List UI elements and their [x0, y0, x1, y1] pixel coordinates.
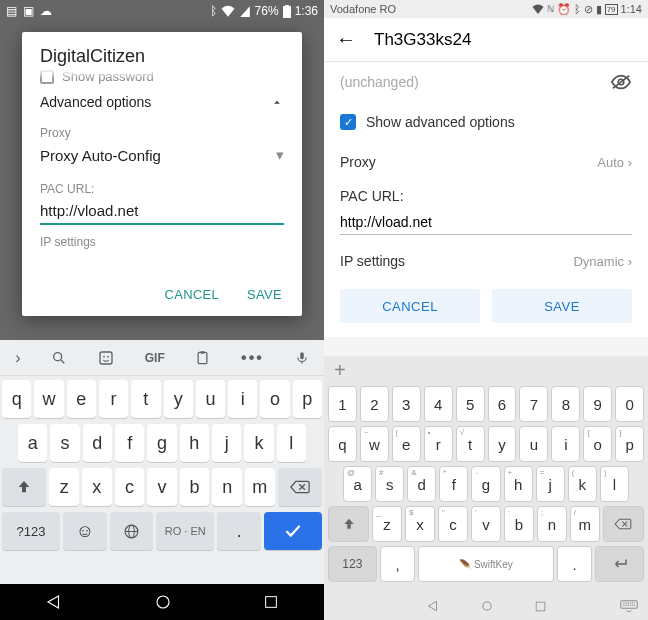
symbols-key[interactable]: ?123 [2, 512, 60, 550]
home-icon[interactable] [480, 599, 494, 613]
enter-key[interactable] [264, 512, 322, 550]
key-q[interactable]: q [2, 380, 31, 418]
advanced-options-row[interactable]: Advanced options [22, 88, 302, 116]
key-f[interactable]: *f [439, 466, 468, 502]
key-t[interactable]: t [131, 380, 160, 418]
key-2[interactable]: 2 [360, 386, 389, 422]
key-r[interactable]: r [99, 380, 128, 418]
more-icon[interactable]: ••• [241, 349, 264, 367]
key-a[interactable]: @a [343, 466, 372, 502]
symbols-key[interactable]: 123 [328, 546, 377, 582]
pac-url-input[interactable] [40, 198, 284, 225]
period-key[interactable]: . [557, 546, 592, 582]
key-z[interactable]: z [49, 468, 79, 506]
shift-key[interactable] [328, 506, 369, 542]
recents-icon[interactable] [263, 594, 279, 610]
key-1[interactable]: 1 [328, 386, 357, 422]
key-8[interactable]: 8 [551, 386, 580, 422]
key-o[interactable]: {o [583, 426, 612, 462]
key-v[interactable]: 'v [471, 506, 501, 542]
recents-icon[interactable] [534, 600, 547, 613]
emoji-key[interactable]: ☺ [63, 512, 107, 550]
show-password-row[interactable]: Show password [22, 69, 302, 88]
key-n[interactable]: ;n [537, 506, 567, 542]
key-t[interactable]: √t [456, 426, 485, 462]
key-x[interactable]: $x [405, 506, 435, 542]
key-s[interactable]: s [50, 424, 79, 462]
key-e[interactable]: e [67, 380, 96, 418]
home-icon[interactable] [154, 593, 172, 611]
keyboard-toggle-icon[interactable] [620, 600, 638, 612]
key-v[interactable]: v [147, 468, 177, 506]
key-g[interactable]: g [147, 424, 176, 462]
globe-key[interactable] [110, 512, 154, 550]
backspace-key[interactable] [603, 506, 644, 542]
key-9[interactable]: 9 [583, 386, 612, 422]
key-c[interactable]: "c [438, 506, 468, 542]
key-p[interactable]: p [293, 380, 322, 418]
key-p[interactable]: }p [615, 426, 644, 462]
key-7[interactable]: 7 [519, 386, 548, 422]
key-j[interactable]: j [212, 424, 241, 462]
comma-key[interactable]: , [380, 546, 415, 582]
show-advanced-row[interactable]: ✓ Show advanced options [340, 102, 632, 142]
ip-settings-row[interactable]: IP settings Dynamic › [340, 241, 632, 281]
key-i[interactable]: i [551, 426, 580, 462]
cancel-button[interactable]: CANCEL [165, 287, 220, 302]
key-l[interactable]: l [277, 424, 306, 462]
key-5[interactable]: 5 [456, 386, 485, 422]
key-g[interactable]: -g [471, 466, 500, 502]
key-d[interactable]: &d [407, 466, 436, 502]
key-e[interactable]: |e [392, 426, 421, 462]
key-h[interactable]: h [180, 424, 209, 462]
key-4[interactable]: 4 [424, 386, 453, 422]
key-a[interactable]: a [18, 424, 47, 462]
cancel-button[interactable]: CANCEL [340, 289, 480, 323]
pac-url-input[interactable] [340, 210, 632, 235]
key-z[interactable]: _z [372, 506, 402, 542]
key-w[interactable]: w [34, 380, 63, 418]
key-c[interactable]: c [115, 468, 145, 506]
proxy-row[interactable]: Proxy Auto › [340, 142, 632, 182]
key-b[interactable]: :b [504, 506, 534, 542]
key-y[interactable]: y [164, 380, 193, 418]
eye-off-icon[interactable] [610, 73, 632, 91]
back-arrow-icon[interactable]: ← [336, 28, 356, 51]
key-x[interactable]: x [82, 468, 112, 506]
sticker-icon[interactable] [98, 350, 114, 366]
enter-key[interactable] [595, 546, 644, 582]
mic-icon[interactable] [295, 349, 309, 367]
key-k[interactable]: k [244, 424, 273, 462]
key-u[interactable]: u [519, 426, 548, 462]
key-y[interactable]: y [488, 426, 517, 462]
key-s[interactable]: #s [375, 466, 404, 502]
key-b[interactable]: b [180, 468, 210, 506]
clipboard-icon[interactable] [195, 350, 210, 366]
key-6[interactable]: 6 [488, 386, 517, 422]
key-m[interactable]: /m [570, 506, 600, 542]
back-icon[interactable] [426, 599, 440, 613]
key-n[interactable]: n [212, 468, 242, 506]
key-d[interactable]: d [83, 424, 112, 462]
key-w[interactable]: ~w [360, 426, 389, 462]
gif-button[interactable]: GIF [145, 351, 165, 365]
checkbox-checked-icon[interactable]: ✓ [340, 114, 356, 130]
chevron-right-icon[interactable]: › [15, 349, 20, 367]
key-q[interactable]: `q [328, 426, 357, 462]
key-o[interactable]: o [260, 380, 289, 418]
key-3[interactable]: 3 [392, 386, 421, 422]
key-m[interactable]: m [245, 468, 275, 506]
back-icon[interactable] [45, 593, 63, 611]
key-i[interactable]: i [228, 380, 257, 418]
key-f[interactable]: f [115, 424, 144, 462]
key-l[interactable]: )l [600, 466, 629, 502]
key-r[interactable]: •r [424, 426, 453, 462]
proxy-select[interactable]: Proxy Auto-Config ▾ [22, 142, 302, 172]
shift-key[interactable] [2, 468, 46, 506]
backspace-key[interactable] [278, 468, 322, 506]
space-key[interactable]: 🪶 SwiftKey [418, 546, 554, 582]
period-key[interactable]: . [217, 512, 261, 550]
key-h[interactable]: +h [504, 466, 533, 502]
space-key[interactable]: RO · EN [156, 512, 214, 550]
save-button[interactable]: SAVE [247, 287, 282, 302]
